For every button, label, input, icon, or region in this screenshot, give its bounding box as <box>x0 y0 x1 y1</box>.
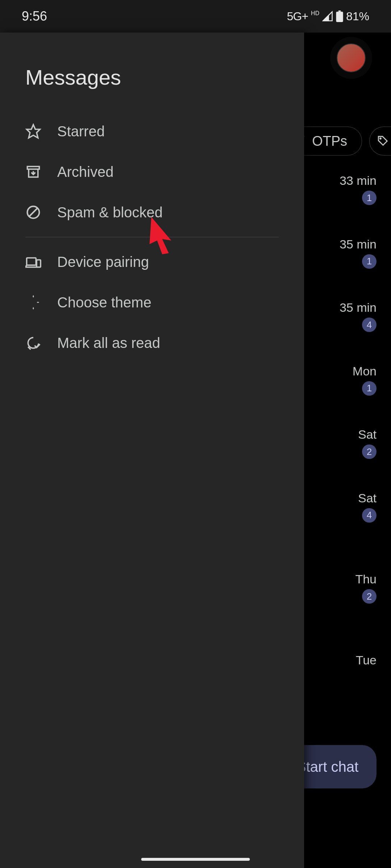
drawer-item-choose-theme[interactable]: Choose theme <box>0 282 304 323</box>
unread-badge: 1 <box>362 254 377 269</box>
drawer-item-archived[interactable]: Archived <box>0 152 304 192</box>
profile-avatar[interactable] <box>337 43 366 72</box>
star-icon <box>25 123 41 139</box>
theme-icon <box>25 294 41 310</box>
drawer-item-label: Mark all as read <box>57 335 160 351</box>
unread-badge: 4 <box>362 318 377 332</box>
drawer-divider <box>25 237 279 237</box>
drawer-item-label: Device pairing <box>57 254 149 270</box>
svg-rect-0 <box>336 12 343 22</box>
unread-badge: 4 <box>362 508 377 523</box>
svg-rect-8 <box>27 258 36 265</box>
status-right: 5G+ HD 81% <box>287 10 369 23</box>
drawer-title: Messages <box>0 33 304 111</box>
unread-badge: 2 <box>362 589 377 604</box>
drawer-item-label: Choose theme <box>57 294 151 311</box>
svg-rect-1 <box>339 10 341 12</box>
status-time: 9:56 <box>22 9 47 24</box>
hd-indicator: HD <box>311 10 319 17</box>
status-bar: 9:56 5G+ HD 81% <box>0 0 391 33</box>
battery-percent: 81% <box>346 10 369 23</box>
unread-badge: 1 <box>362 381 377 396</box>
devices-icon <box>25 254 41 270</box>
gesture-nav-handle[interactable] <box>141 858 250 861</box>
offers-chip[interactable] <box>369 127 391 156</box>
drawer-item-spam[interactable]: Spam & blocked <box>0 192 304 233</box>
block-icon <box>25 204 41 220</box>
drawer-item-mark-all-read[interactable]: Mark all as read <box>0 323 304 363</box>
drawer-item-device-pairing[interactable]: Device pairing <box>0 242 304 282</box>
archive-icon <box>25 164 41 180</box>
drawer-item-starred[interactable]: Starred <box>0 111 304 152</box>
svg-line-7 <box>29 208 37 216</box>
drawer-item-label: Spam & blocked <box>57 204 163 221</box>
unread-badge: 1 <box>362 191 377 205</box>
svg-rect-5 <box>28 166 39 169</box>
unread-badge: 2 <box>362 444 377 459</box>
signal-icon <box>322 11 333 22</box>
drawer-item-label: Starred <box>57 123 105 140</box>
svg-point-3 <box>380 138 381 139</box>
drawer-item-label: Archived <box>57 164 114 180</box>
network-type: 5G+ <box>287 10 308 23</box>
svg-rect-9 <box>37 260 41 267</box>
otps-chip-label: OTPs <box>312 133 347 149</box>
tag-icon <box>377 135 389 147</box>
battery-icon <box>336 10 343 22</box>
svg-marker-4 <box>27 125 40 138</box>
start-chat-label: Start chat <box>297 759 358 775</box>
navigation-drawer: Messages Starred Archived Spam & blocked… <box>0 33 304 868</box>
mark-read-icon <box>25 335 41 351</box>
